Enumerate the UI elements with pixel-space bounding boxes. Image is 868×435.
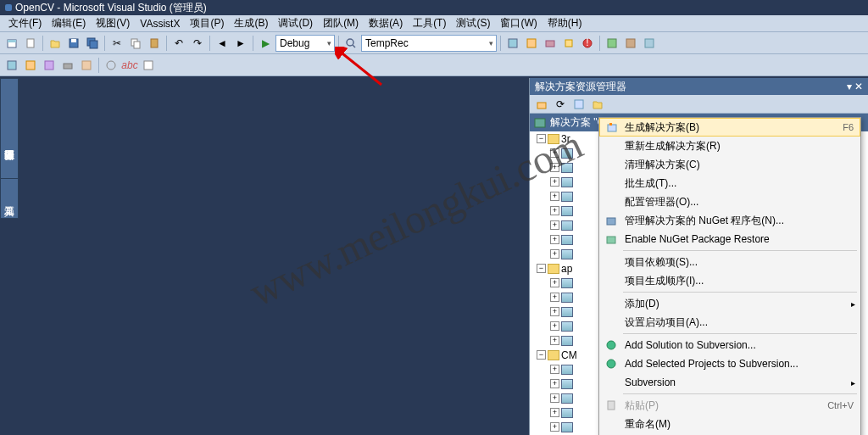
menu-view[interactable]: 视图(V) <box>91 14 135 32</box>
start-debug-button[interactable]: ▶ <box>257 35 274 52</box>
platform-dropdown[interactable]: TempRec <box>361 35 497 52</box>
menu-project[interactable]: 项目(P) <box>185 14 229 32</box>
cut-button[interactable]: ✂ <box>108 35 125 52</box>
open-button[interactable] <box>47 35 64 52</box>
cm-manage-nuget[interactable]: 管理解决方案的 NuGet 程序包(N)... <box>599 211 860 230</box>
nav-fwd-button[interactable]: ► <box>232 35 249 52</box>
tb2-btn8[interactable] <box>140 57 157 74</box>
separator <box>338 36 339 51</box>
save-all-button[interactable] <box>84 35 101 52</box>
separator <box>42 36 43 51</box>
sp-refresh-button[interactable]: ⟳ <box>552 96 569 113</box>
tb2-btn5[interactable] <box>78 57 95 74</box>
expand-icon[interactable]: + <box>550 336 559 345</box>
cm-project-deps[interactable]: 项目依赖项(S)... <box>599 253 860 271</box>
add-item-button[interactable] <box>22 35 39 52</box>
cm-subversion[interactable]: Subversion <box>599 373 860 392</box>
expand-icon[interactable]: + <box>550 321 559 331</box>
menu-team[interactable]: 团队(M) <box>318 14 364 32</box>
menu-data[interactable]: 数据(A) <box>364 14 408 32</box>
ext2-button[interactable] <box>622 35 639 52</box>
expand-icon[interactable]: + <box>550 220 559 230</box>
collapse-icon[interactable]: − <box>537 350 546 360</box>
folder-icon <box>548 134 559 144</box>
expand-icon[interactable]: + <box>550 293 559 302</box>
expand-icon[interactable]: + <box>550 422 559 432</box>
cm-nuget-restore[interactable]: Enable NuGet Package Restore <box>599 230 860 248</box>
cm-label: 重命名(M) <box>625 417 670 432</box>
cm-rename[interactable]: 重命名(M) <box>599 415 860 433</box>
expand-icon[interactable]: + <box>550 177 559 187</box>
menu-help[interactable]: 帮助(H) <box>542 14 587 32</box>
expand-icon[interactable]: + <box>550 307 559 316</box>
cm-batch-build[interactable]: 批生成(T)... <box>599 174 860 192</box>
menu-build[interactable]: 生成(B) <box>229 14 273 32</box>
expand-icon[interactable]: + <box>550 148 559 158</box>
tb2-btn7[interactable]: abc <box>121 57 138 74</box>
redo-button[interactable]: ↷ <box>189 35 206 52</box>
cm-build-solution[interactable]: 生成解决方案(B) F6 <box>599 118 860 137</box>
cm-config-manager[interactable]: 配置管理器(O)... <box>599 192 860 211</box>
sp-showall-button[interactable] <box>570 96 587 113</box>
cm-add[interactable]: 添加(D) <box>599 294 860 313</box>
project-icon <box>561 422 573 432</box>
tb2-btn4[interactable] <box>59 57 76 74</box>
nav-back-button[interactable]: ◄ <box>214 35 231 52</box>
svn-icon <box>604 357 618 371</box>
expand-icon[interactable]: + <box>550 163 559 172</box>
svg-rect-25 <box>82 61 91 70</box>
svg-rect-18 <box>608 39 616 47</box>
tb2-btn3[interactable] <box>41 57 58 74</box>
collapse-icon[interactable]: − <box>537 134 546 143</box>
tb2-btn6[interactable] <box>103 57 120 74</box>
cm-shortcut: F6 <box>843 122 854 132</box>
tb2-btn2[interactable] <box>22 57 39 74</box>
ext1-button[interactable] <box>604 35 620 52</box>
solution-explorer-button[interactable] <box>504 35 521 52</box>
cm-clean-solution[interactable]: 清理解决方案(C) <box>599 155 860 174</box>
copy-button[interactable] <box>127 35 144 52</box>
menu-debug[interactable]: 调试(D) <box>273 14 318 32</box>
properties-button[interactable] <box>523 35 540 52</box>
paste-button[interactable] <box>146 35 163 52</box>
panel-close-icon[interactable]: ▾ ✕ <box>847 81 863 92</box>
new-project-button[interactable] <box>3 35 20 52</box>
error-list-button[interactable]: ! <box>579 35 596 52</box>
toolbox-tab[interactable]: 工具箱 <box>0 178 19 219</box>
expand-icon[interactable]: + <box>550 393 559 403</box>
expand-icon[interactable]: + <box>550 235 559 244</box>
ext3-button[interactable] <box>641 35 658 52</box>
class-view-button[interactable] <box>560 35 577 52</box>
menu-tools[interactable]: 工具(T) <box>408 14 451 32</box>
undo-button[interactable]: ↶ <box>170 35 187 52</box>
cm-build-order[interactable]: 项目生成顺序(I)... <box>599 271 860 290</box>
cm-rebuild-solution[interactable]: 重新生成解决方案(R) <box>599 137 860 155</box>
menu-vassistx[interactable]: VAssistX <box>135 16 185 31</box>
sp-home-button[interactable] <box>533 96 550 113</box>
expand-icon[interactable]: + <box>550 206 559 215</box>
toolbox-button[interactable] <box>542 35 559 52</box>
expand-icon[interactable]: + <box>550 278 559 287</box>
tb2-btn1[interactable] <box>3 57 20 74</box>
project-icon <box>561 278 573 288</box>
svg-line-11 <box>353 45 355 47</box>
save-button[interactable] <box>65 35 82 52</box>
cm-label: 添加(D) <box>625 297 659 311</box>
sp-props-button[interactable] <box>589 96 606 113</box>
expand-icon[interactable]: + <box>550 249 559 259</box>
collapse-icon[interactable]: − <box>537 264 546 273</box>
cm-svn-add-projects[interactable]: Add Selected Projects to Subversion... <box>599 354 860 373</box>
cm-svn-add-solution[interactable]: Add Solution to Subversion... <box>599 336 860 354</box>
expand-icon[interactable]: + <box>550 192 559 201</box>
expand-icon[interactable]: + <box>550 379 559 388</box>
cm-set-startup[interactable]: 设置启动项目(A)... <box>599 313 860 332</box>
cm-label: Subversion <box>625 376 676 388</box>
find-button[interactable] <box>342 35 359 52</box>
config-dropdown[interactable]: Debug <box>275 35 335 52</box>
menu-edit[interactable]: 编辑(E) <box>47 14 91 32</box>
menu-file[interactable]: 文件(F) <box>3 14 47 32</box>
menu-test[interactable]: 测试(S) <box>451 14 495 32</box>
expand-icon[interactable]: + <box>550 365 559 374</box>
menu-window[interactable]: 窗口(W) <box>495 14 542 32</box>
expand-icon[interactable]: + <box>550 408 559 417</box>
